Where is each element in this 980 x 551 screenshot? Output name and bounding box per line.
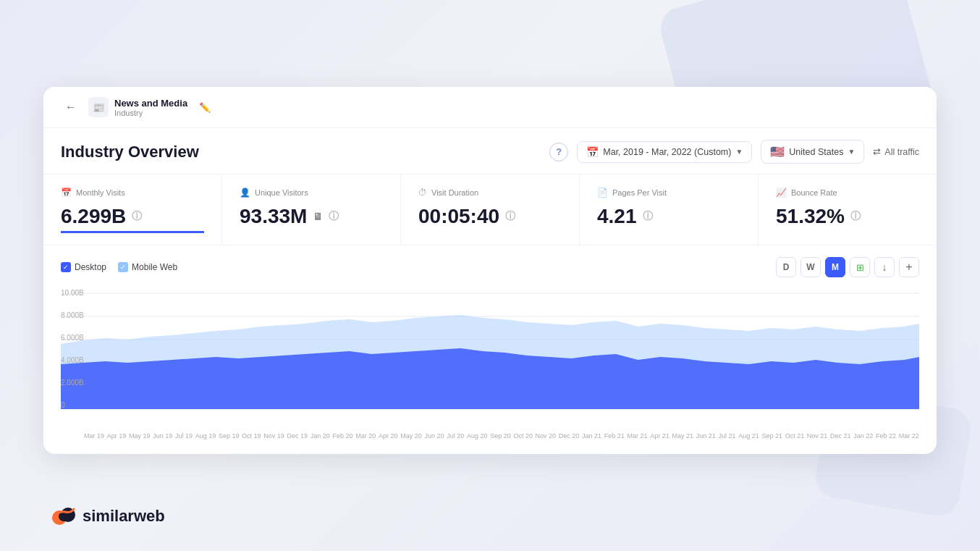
metric-value-bounce: 51.32% ⓘ [776, 205, 919, 228]
traffic-icon: ⇄ [873, 146, 881, 157]
country-flag: 🇺🇸 [770, 145, 785, 159]
x-label: Oct 20 [513, 432, 533, 439]
x-label: Mar 22 [899, 432, 919, 439]
x-label: May 20 [400, 432, 422, 439]
calendar-icon: 📅 [586, 146, 599, 158]
metric-icon-unique: 👤 [240, 188, 250, 198]
x-label: Apr 19 [107, 432, 127, 439]
nav-category-icon: 📰 [93, 102, 104, 113]
metric-visit-duration: ⏱ Visit Duration 00:05:40 ⓘ [401, 174, 580, 245]
x-label: Feb 21 [604, 432, 625, 439]
back-button[interactable]: ← [61, 97, 81, 117]
country-picker[interactable]: 🇺🇸 United States ▼ [761, 140, 864, 164]
legend-mobile[interactable]: ✓ Mobile Web [118, 262, 177, 272]
chart-section: ✓ Desktop ✓ Mobile Web D W M ⊞ ↓ [43, 245, 937, 454]
nav-icon: 📰 [88, 97, 109, 117]
metric-value-duration: 00:05:40 ⓘ [418, 205, 562, 228]
area-chart [61, 286, 919, 420]
date-range-picker[interactable]: 📅 Mar, 2019 - Mar, 2022 (Custom) ▼ [577, 141, 752, 163]
x-label: Dec 19 [287, 432, 308, 439]
chart-toolbar: D W M ⊞ ↓ + [776, 257, 919, 277]
main-card: ← 📰 News and Media Industry ✏️ Industry … [43, 87, 937, 454]
chart-area: 10.00B 8.000B 6.000B 4.000B 2.000B 0 [61, 286, 919, 431]
monitor-icon[interactable]: 🖥 [313, 211, 323, 222]
x-axis-labels: Mar 19 Apr 19 May 19 Jun 19 Jul 19 Aug 1… [61, 432, 919, 439]
metric-unique-visitors: 👤 Unique Visitors 93.33M 🖥 ⓘ [222, 174, 401, 245]
add-button[interactable]: + [899, 257, 919, 277]
metric-label-duration: ⏱ Visit Duration [418, 188, 562, 198]
page-title: Industry Overview [61, 143, 549, 161]
x-label: Apr 21 [650, 432, 669, 439]
excel-icon: ⊞ [856, 262, 864, 273]
breadcrumb: 📰 News and Media Industry ✏️ [88, 97, 211, 117]
metric-label-pages: 📄 Pages Per Visit [597, 188, 740, 198]
metric-pages-per-visit: 📄 Pages Per Visit 4.21 ⓘ [580, 174, 759, 245]
x-label: May 19 [129, 432, 151, 439]
date-range-label: Mar, 2019 - Mar, 2022 (Custom) [603, 147, 731, 157]
x-label: Sep 21 [761, 432, 782, 439]
period-week-button[interactable]: W [801, 257, 821, 277]
metric-label-unique: 👤 Unique Visitors [240, 188, 383, 198]
similarweb-logo-icon [51, 503, 77, 529]
x-label: Nov 21 [807, 432, 828, 439]
metric-icon-monthly: 📅 [61, 188, 72, 198]
x-label: Apr 20 [379, 432, 398, 439]
excel-export-button[interactable]: ⊞ [850, 257, 870, 277]
x-label: Jan 21 [582, 432, 601, 439]
metric-info-pages[interactable]: ⓘ [643, 210, 653, 223]
metric-icon-bounce: 📈 [776, 188, 787, 198]
x-label: May 21 [672, 432, 693, 439]
metric-icon-pages: 📄 [597, 188, 608, 198]
metric-info-unique[interactable]: ⓘ [329, 210, 339, 223]
traffic-selector[interactable]: ⇄ All traffic [873, 146, 919, 157]
x-label: Nov 19 [263, 432, 284, 439]
metric-icon-duration: ⏱ [418, 188, 427, 198]
metric-info-monthly[interactable]: ⓘ [132, 210, 142, 223]
desktop-checkbox[interactable]: ✓ [61, 262, 71, 272]
country-label: United States [789, 147, 843, 157]
legend-mobile-label: Mobile Web [132, 262, 177, 272]
x-label: Feb 20 [333, 432, 353, 439]
traffic-label-text: All traffic [884, 147, 919, 157]
legend-desktop[interactable]: ✓ Desktop [61, 262, 106, 272]
x-label: Jan 20 [311, 432, 330, 439]
chevron-down-icon: ▼ [735, 148, 743, 156]
download-icon: ↓ [882, 261, 887, 273]
top-nav: ← 📰 News and Media Industry ✏️ [43, 87, 937, 128]
x-label: Jun 19 [153, 432, 172, 439]
metric-value-pages: 4.21 ⓘ [597, 205, 740, 228]
x-label: Nov 20 [536, 432, 557, 439]
x-label: Oct 21 [785, 432, 805, 439]
similarweb-logo-text: similarweb [83, 507, 165, 526]
x-label: Mar 19 [84, 432, 104, 439]
x-label: Mar 20 [355, 432, 376, 439]
edit-icon[interactable]: ✏️ [199, 102, 211, 113]
metric-info-duration[interactable]: ⓘ [505, 210, 515, 223]
x-label: Jun 21 [696, 432, 716, 439]
download-button[interactable]: ↓ [874, 257, 895, 277]
mobile-checkbox[interactable]: ✓ [118, 262, 128, 272]
chart-legend: ✓ Desktop ✓ Mobile Web [61, 262, 177, 272]
nav-titles: News and Media Industry [114, 98, 187, 117]
metric-monthly-visits: 📅 Monthly Visits 6.299B ⓘ [43, 174, 222, 245]
period-day-button[interactable]: D [776, 257, 796, 277]
add-icon: + [905, 261, 912, 274]
help-button[interactable]: ? [549, 143, 568, 161]
metric-label-bounce: 📈 Bounce Rate [776, 188, 919, 198]
x-label: Aug 20 [467, 432, 488, 439]
similarweb-logo: similarweb [51, 503, 165, 529]
metric-label-monthly-visits: 📅 Monthly Visits [61, 188, 204, 198]
chart-controls-row: ✓ Desktop ✓ Mobile Web D W M ⊞ ↓ [61, 257, 919, 277]
header-controls: ? 📅 Mar, 2019 - Mar, 2022 (Custom) ▼ 🇺🇸 … [549, 140, 919, 164]
x-label: Sep 20 [490, 432, 511, 439]
period-month-button[interactable]: M [825, 257, 845, 277]
x-label: Jul 21 [718, 432, 735, 439]
metric-info-bounce[interactable]: ⓘ [850, 210, 861, 223]
x-label: Jun 20 [424, 432, 444, 439]
header-row: Industry Overview ? 📅 Mar, 2019 - Mar, 2… [43, 128, 937, 174]
chevron-down-icon-country: ▼ [848, 148, 855, 156]
metrics-row: 📅 Monthly Visits 6.299B ⓘ 👤 Unique Visit… [43, 174, 937, 245]
legend-desktop-label: Desktop [75, 262, 106, 272]
nav-title: News and Media [114, 98, 187, 109]
x-label: Mar 21 [628, 432, 648, 439]
